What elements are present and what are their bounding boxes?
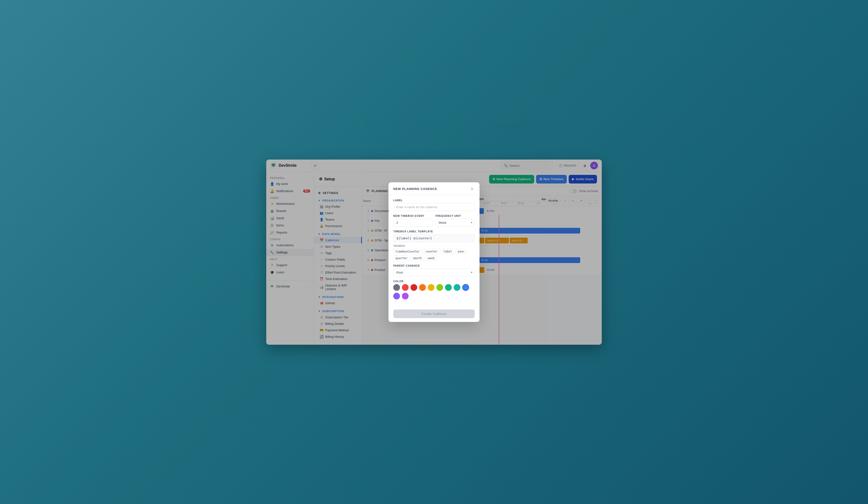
- color-swatch-lime[interactable]: [436, 284, 443, 291]
- parent-cadence-form-group: PARENT CADENCE Root: [393, 264, 475, 276]
- frequency-unit-group: FREQUENCY UNIT Day Week Month Quarter Ye…: [435, 214, 475, 227]
- timebox-every-group: NEW TIMEBOX EVERY: [393, 214, 433, 227]
- label-form-group: LABEL: [393, 199, 475, 211]
- color-swatch-blue[interactable]: [462, 284, 469, 291]
- var-tag-label[interactable]: label: [441, 249, 454, 254]
- color-swatch-gray[interactable]: [393, 284, 400, 291]
- color-swatch-violet[interactable]: [393, 293, 400, 300]
- modal-header: NEW PLANNING CADENCE ✕: [389, 182, 479, 195]
- var-tag-quarter[interactable]: quarter: [393, 255, 410, 261]
- color-form-group: COLOR: [393, 280, 475, 300]
- template-input[interactable]: [393, 234, 475, 242]
- label-field-label: LABEL: [393, 199, 475, 202]
- color-swatch-purple[interactable]: [402, 293, 409, 300]
- frequency-form-row: NEW TIMEBOX EVERY FREQUENCY UNIT Day Wee…: [393, 214, 475, 230]
- color-swatch-teal[interactable]: [454, 284, 461, 291]
- var-tag-counter[interactable]: counter: [423, 249, 440, 254]
- color-swatch-green[interactable]: [445, 284, 452, 291]
- color-label: COLOR: [393, 280, 475, 283]
- modal-close-button[interactable]: ✕: [469, 186, 475, 192]
- cadence-name-input[interactable]: [393, 203, 475, 211]
- timebox-every-label: NEW TIMEBOX EVERY: [393, 214, 433, 217]
- var-tag-timeboxCounter[interactable]: timeboxCounter: [393, 249, 422, 254]
- color-swatches-container: [393, 284, 475, 300]
- frequency-unit-wrapper: Day Week Month Quarter Year: [435, 219, 475, 227]
- parent-cadence-label: PARENT CADENCE: [393, 264, 475, 267]
- modal-body: LABEL NEW TIMEBOX EVERY FREQUENCY UNIT D…: [389, 195, 479, 307]
- template-form-group: TIMEBOX LABEL TEMPLATE Variables timebox…: [393, 230, 475, 261]
- frequency-unit-select[interactable]: Day Week Month Quarter Year: [435, 219, 475, 227]
- modal-overlay[interactable]: NEW PLANNING CADENCE ✕ LABEL NEW TIMEBOX…: [0, 0, 868, 504]
- var-tag-year[interactable]: year: [456, 249, 467, 254]
- color-swatch-orange[interactable]: [419, 284, 426, 291]
- close-icon: ✕: [471, 187, 474, 191]
- template-label: TIMEBOX LABEL TEMPLATE: [393, 230, 475, 233]
- create-cadence-button[interactable]: Create Cadence: [393, 309, 475, 318]
- timebox-every-input[interactable]: [393, 219, 433, 227]
- color-swatch-darkred[interactable]: [411, 284, 417, 291]
- modal-footer: Create Cadence: [389, 307, 479, 322]
- parent-cadence-wrapper: Root: [393, 269, 475, 276]
- frequency-unit-label: FREQUENCY UNIT: [435, 214, 475, 217]
- variables-tags-container: timeboxCounter counter label year quarte…: [393, 249, 475, 261]
- new-planning-cadence-modal: NEW PLANNING CADENCE ✕ LABEL NEW TIMEBOX…: [389, 182, 479, 322]
- color-swatch-yellow[interactable]: [428, 284, 434, 291]
- var-tag-month[interactable]: month: [411, 255, 424, 261]
- parent-cadence-select[interactable]: Root: [393, 269, 475, 276]
- variables-label: Variables: [393, 244, 475, 248]
- var-tag-week[interactable]: week: [426, 255, 437, 261]
- variables-section: Variables timeboxCounter counter label y…: [393, 244, 475, 261]
- modal-title: NEW PLANNING CADENCE: [393, 187, 437, 191]
- color-swatch-red[interactable]: [402, 284, 409, 291]
